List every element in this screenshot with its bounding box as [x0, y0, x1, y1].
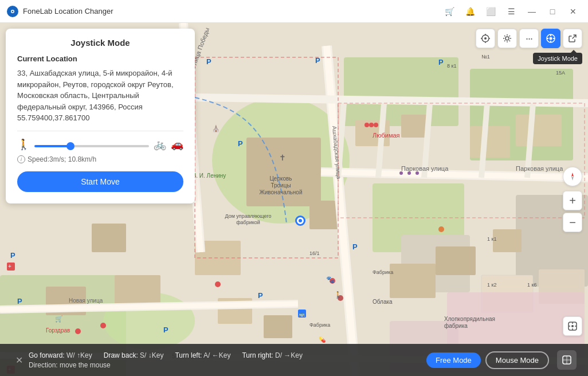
svg-text:Парковая улица: Парковая улица — [401, 165, 449, 172]
svg-text:🐾: 🐾 — [326, 275, 335, 284]
svg-point-73 — [369, 123, 374, 127]
svg-text:Хлопкопрядильная: Хлопкопрядильная — [444, 316, 495, 322]
close-btn[interactable]: ✕ — [565, 3, 581, 19]
svg-text:Новая улица: Новая улица — [69, 297, 103, 304]
info-icon: i — [17, 155, 25, 163]
svg-text:Любимая: Любимая — [373, 132, 400, 139]
speed-text: Speed:3m/s; 10.8km/h — [28, 155, 96, 163]
key-back: Draw back: S/ ↓Key — [104, 351, 164, 359]
svg-text:🛒: 🛒 — [55, 315, 63, 323]
svg-text:В. И. Ленину: В. И. Ленину — [193, 173, 226, 179]
svg-text:P: P — [352, 242, 358, 251]
svg-text:Облака: Облака — [373, 299, 393, 305]
bell-icon[interactable]: 🔔 — [462, 3, 478, 19]
svg-text:16/1: 16/1 — [309, 250, 320, 256]
panel-title: Joystick Mode — [17, 38, 183, 48]
speed-info: i Speed:3m/s; 10.8km/h — [17, 155, 183, 163]
svg-point-72 — [364, 123, 369, 127]
key-row-1: Go forward: W/ ↑Key Draw back: S/ ↓Key T… — [29, 351, 426, 359]
coordinates-text: 55.759400,37.861700 — [17, 113, 90, 122]
mode-buttons: Free Mode Mouse Mode — [426, 351, 549, 369]
cart-icon[interactable]: 🛒 — [441, 3, 457, 19]
gps-btn[interactable] — [563, 316, 582, 336]
minimize-btn[interactable]: — — [524, 3, 540, 19]
svg-point-100 — [505, 37, 509, 40]
svg-rect-26 — [516, 115, 562, 146]
svg-text:P: P — [163, 326, 168, 334]
address-text: 33, Ашхабадская улица, 5-й микрорайон, 4… — [17, 69, 174, 111]
menu-icon[interactable]: ☰ — [503, 3, 519, 19]
titlebar: FoneLab Location Changer 🛒 🔔 ⬜ ☰ — □ ✕ — [0, 0, 588, 23]
key-info: Go forward: W/ ↑Key Draw back: S/ ↓Key T… — [29, 351, 426, 369]
export-tool-btn[interactable] — [563, 29, 582, 48]
svg-text:Живоначальной: Живоначальной — [260, 189, 303, 195]
svg-text:💊: 💊 — [319, 336, 326, 343]
zoom-in-btn[interactable]: + — [563, 191, 582, 210]
svg-text:15А: 15А — [556, 70, 565, 76]
svg-rect-24 — [264, 315, 292, 338]
svg-rect-16 — [436, 246, 476, 275]
settings-tool-btn[interactable] — [497, 29, 517, 48]
bottom-settings-btn[interactable] — [557, 350, 577, 370]
svg-point-78 — [215, 281, 221, 287]
free-mode-btn[interactable]: Free Mode — [426, 352, 481, 368]
more-tool-btn[interactable]: ··· — [519, 29, 539, 48]
current-location-label: Current Location — [17, 54, 183, 63]
svg-text:✝: ✝ — [279, 153, 286, 162]
location-tool-btn[interactable] — [476, 29, 495, 48]
svg-rect-12 — [246, 138, 321, 206]
key-right: Turn right: D/ →Key — [242, 351, 303, 359]
zoom-controls: + − — [563, 167, 582, 232]
svg-text:P: P — [258, 291, 263, 300]
svg-text:P: P — [10, 251, 15, 260]
svg-text:1 к1: 1 к1 — [487, 236, 496, 242]
svg-text:P: P — [206, 57, 211, 66]
svg-rect-17 — [493, 229, 522, 252]
svg-marker-108 — [571, 177, 574, 181]
joystick-tool-btn[interactable] — [541, 29, 560, 48]
svg-text:P: P — [438, 58, 444, 66]
svg-text:+: + — [8, 263, 11, 269]
app-title: FoneLab Location Changer — [23, 7, 441, 15]
svg-text:1 к6: 1 к6 — [527, 282, 536, 288]
mouse-mode-btn[interactable]: Mouse Mode — [485, 351, 549, 369]
speed-slider-container[interactable] — [34, 139, 149, 150]
location-marker — [295, 216, 305, 226]
monitor-icon[interactable]: ⬜ — [483, 3, 499, 19]
svg-point-75 — [399, 171, 403, 175]
svg-point-114 — [571, 325, 574, 327]
svg-text:1 к2: 1 к2 — [487, 282, 496, 288]
svg-text:фабрикой: фабрикой — [236, 220, 260, 225]
app-icon — [7, 6, 18, 17]
svg-marker-107 — [571, 173, 574, 177]
svg-text:Горздрав: Горздрав — [46, 327, 70, 334]
car-icon: 🚗 — [171, 138, 183, 151]
bottom-bar: ✕ Go forward: W/ ↑Key Draw back: S/ ↓Key… — [0, 344, 588, 376]
svg-point-95 — [484, 37, 487, 40]
svg-point-76 — [407, 171, 411, 175]
svg-rect-25 — [470, 126, 510, 158]
maximize-btn[interactable]: □ — [544, 3, 560, 19]
svg-point-83 — [438, 226, 444, 232]
svg-text:P: P — [17, 297, 22, 306]
main-area: Улица Победы Парковая улица Парковая ули… — [0, 23, 588, 376]
svg-text:Дом управляющего: Дом управляющего — [225, 213, 271, 219]
svg-text:Церковь: Церковь — [269, 175, 292, 182]
speed-slider[interactable] — [34, 145, 149, 147]
svg-text:8 к1: 8 к1 — [447, 63, 456, 69]
direction-label: Direction: move the mouse — [29, 361, 111, 369]
svg-point-80 — [100, 323, 106, 328]
svg-text:P: P — [315, 56, 320, 65]
svg-rect-21 — [115, 275, 160, 307]
close-bottom-btn[interactable]: ✕ — [11, 352, 26, 367]
svg-point-81 — [75, 328, 81, 334]
svg-point-77 — [415, 171, 419, 175]
compass-btn[interactable] — [563, 167, 582, 186]
zoom-out-btn[interactable]: − — [563, 213, 582, 232]
start-move-button[interactable]: Start Move — [17, 171, 183, 192]
walk-icon: 🚶 — [17, 138, 30, 151]
key-row-2: Direction: move the mouse — [29, 361, 426, 369]
svg-text:Фабрика: Фабрика — [373, 269, 393, 275]
svg-text:фабрика: фабрика — [444, 323, 468, 329]
title-actions: 🛒 🔔 ⬜ ☰ — □ ✕ — [441, 3, 581, 19]
